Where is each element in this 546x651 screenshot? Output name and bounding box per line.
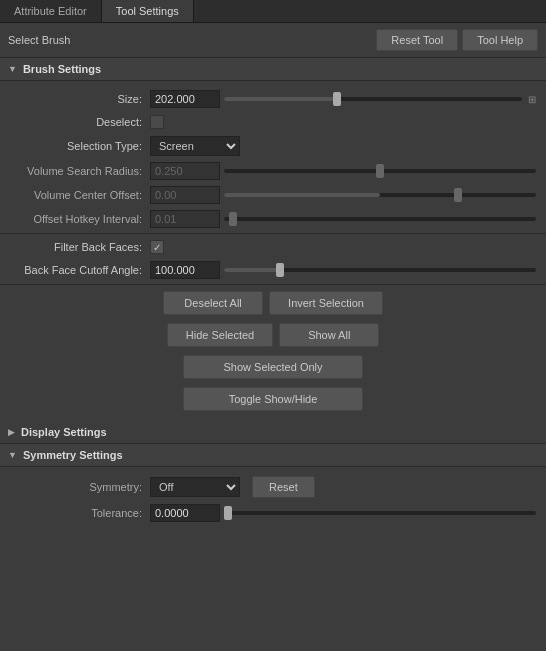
volume-search-input xyxy=(150,162,220,180)
tab-attribute-editor[interactable]: Attribute Editor xyxy=(0,0,102,22)
top-bar: Select Brush Reset Tool Tool Help xyxy=(0,23,546,58)
tolerance-slider-container xyxy=(224,511,536,515)
deselect-all-button[interactable]: Deselect All xyxy=(163,291,263,315)
offset-hotkey-slider-container xyxy=(224,217,536,221)
show-all-button[interactable]: Show All xyxy=(279,323,379,347)
tolerance-slider-track[interactable] xyxy=(224,511,536,515)
symmetry-row: Symmetry: Off X Y Z Reset xyxy=(0,473,546,501)
size-row: Size: ⊞ xyxy=(0,87,546,111)
volume-center-slider-track xyxy=(224,193,536,197)
volume-center-input xyxy=(150,186,220,204)
size-input[interactable] xyxy=(150,90,220,108)
symmetry-settings-header[interactable]: ▼ Symmetry Settings xyxy=(0,444,546,467)
display-settings-arrow: ▶ xyxy=(8,427,15,437)
symmetry-settings-title: Symmetry Settings xyxy=(23,449,123,461)
offset-hotkey-slider-track xyxy=(224,217,536,221)
tolerance-label: Tolerance: xyxy=(10,507,150,519)
tab-bar: Attribute Editor Tool Settings xyxy=(0,0,546,23)
volume-center-slider-container xyxy=(224,193,536,197)
show-selected-only-button[interactable]: Show Selected Only xyxy=(183,355,363,379)
volume-center-label: Volume Center Offset: xyxy=(10,189,150,201)
brush-settings-header[interactable]: ▼ Brush Settings xyxy=(0,58,546,81)
tolerance-row: Tolerance: xyxy=(0,501,546,525)
volume-center-row: Volume Center Offset: xyxy=(0,183,546,207)
back-face-input[interactable] xyxy=(150,261,220,279)
action-buttons-row4: Toggle Show/Hide xyxy=(0,383,546,415)
offset-hotkey-input xyxy=(150,210,220,228)
back-face-slider-fill xyxy=(224,268,280,272)
symmetry-reset-button[interactable]: Reset xyxy=(252,476,315,498)
display-settings-header[interactable]: ▶ Display Settings xyxy=(0,421,546,444)
size-label: Size: xyxy=(10,93,150,105)
offset-hotkey-slider-thumb xyxy=(229,212,237,226)
brush-settings-arrow: ▼ xyxy=(8,64,17,74)
tab-tool-settings[interactable]: Tool Settings xyxy=(102,0,194,22)
back-face-slider-thumb[interactable] xyxy=(276,263,284,277)
selection-type-label: Selection Type: xyxy=(10,140,150,152)
back-face-slider-container xyxy=(224,268,536,272)
offset-hotkey-row: Offset Hotkey Interval: xyxy=(0,207,546,231)
size-slider-end-icon: ⊞ xyxy=(528,94,536,105)
brush-settings-body: Size: ⊞ Deselect: Selection Type: Screen… xyxy=(0,81,546,421)
volume-search-slider-container xyxy=(224,169,536,173)
reset-tool-button[interactable]: Reset Tool xyxy=(376,29,458,51)
hide-selected-button[interactable]: Hide Selected xyxy=(167,323,274,347)
deselect-row: Deselect: xyxy=(0,111,546,133)
volume-center-slider-thumb xyxy=(454,188,462,202)
symmetry-select[interactable]: Off X Y Z xyxy=(150,477,240,497)
toggle-show-hide-button[interactable]: Toggle Show/Hide xyxy=(183,387,363,411)
filter-back-row: Filter Back Faces: xyxy=(0,236,546,258)
tolerance-input[interactable] xyxy=(150,504,220,522)
divider-2 xyxy=(0,284,546,285)
deselect-label: Deselect: xyxy=(10,116,150,128)
divider-1 xyxy=(0,233,546,234)
filter-back-label: Filter Back Faces: xyxy=(10,241,150,253)
symmetry-settings-arrow: ▼ xyxy=(8,450,17,460)
action-buttons-row3: Show Selected Only xyxy=(0,351,546,383)
action-buttons-row1: Deselect All Invert Selection xyxy=(0,287,546,319)
offset-hotkey-label: Offset Hotkey Interval: xyxy=(10,213,150,225)
volume-center-slider-fill xyxy=(224,193,380,197)
action-buttons-row2: Hide Selected Show All xyxy=(0,319,546,351)
volume-search-row: Volume Search Radius: xyxy=(0,159,546,183)
tolerance-slider-thumb[interactable] xyxy=(224,506,232,520)
tool-help-button[interactable]: Tool Help xyxy=(462,29,538,51)
back-face-label: Back Face Cutoff Angle: xyxy=(10,264,150,276)
volume-search-label: Volume Search Radius: xyxy=(10,165,150,177)
volume-search-slider-track xyxy=(224,169,536,173)
invert-selection-button[interactable]: Invert Selection xyxy=(269,291,383,315)
volume-search-slider-thumb xyxy=(376,164,384,178)
size-slider-track[interactable] xyxy=(224,97,522,101)
selection-type-row: Selection Type: Screen Volume Surface xyxy=(0,133,546,159)
deselect-checkbox[interactable] xyxy=(150,115,164,129)
size-slider-thumb[interactable] xyxy=(333,92,341,106)
select-brush-label: Select Brush xyxy=(8,34,376,46)
back-face-slider-track[interactable] xyxy=(224,268,536,272)
symmetry-settings-body: Symmetry: Off X Y Z Reset Tolerance: xyxy=(0,467,546,531)
back-face-row: Back Face Cutoff Angle: xyxy=(0,258,546,282)
display-settings-title: Display Settings xyxy=(21,426,107,438)
selection-type-select[interactable]: Screen Volume Surface xyxy=(150,136,240,156)
top-bar-buttons: Reset Tool Tool Help xyxy=(376,29,538,51)
size-slider-container: ⊞ xyxy=(224,94,536,105)
symmetry-label: Symmetry: xyxy=(10,481,150,493)
brush-settings-title: Brush Settings xyxy=(23,63,101,75)
filter-back-checkbox[interactable] xyxy=(150,240,164,254)
size-slider-fill xyxy=(224,97,337,101)
